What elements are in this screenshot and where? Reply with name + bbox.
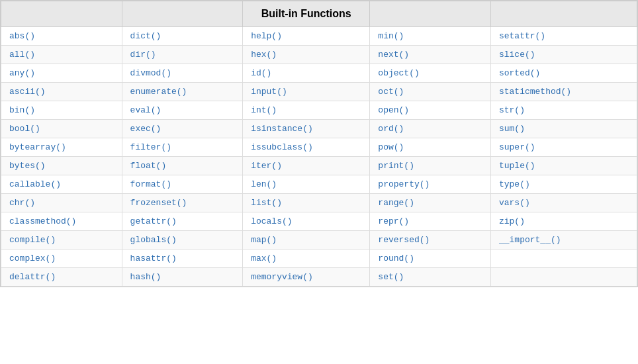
table-row: bin()eval()int()open()str() <box>1 101 637 120</box>
cell-r6-c4: super() <box>490 138 637 157</box>
cell-r12-c2: max() <box>243 250 370 268</box>
cell-r3-c0: ascii() <box>1 83 122 101</box>
cell-r7-c4: tuple() <box>490 157 637 175</box>
cell-r4-c2: int() <box>243 101 370 120</box>
cell-r11-c2: map() <box>243 231 370 250</box>
table-row: bytearray()filter()issubclass()pow()supe… <box>1 138 637 157</box>
cell-r10-c3: repr() <box>370 212 491 231</box>
cell-r10-c1: getattr() <box>122 212 243 231</box>
cell-r4-c4: str() <box>490 101 637 120</box>
table-title: Built-in Functions <box>243 1 370 27</box>
cell-r13-c4 <box>490 268 637 287</box>
cell-r8-c1: format() <box>122 175 243 194</box>
cell-r6-c0: bytearray() <box>1 138 122 157</box>
cell-r9-c0: chr() <box>1 194 122 212</box>
cell-r4-c3: open() <box>370 101 491 120</box>
table-row: bytes()float()iter()print()tuple() <box>1 157 637 175</box>
cell-r1-c2: hex() <box>243 46 370 64</box>
cell-r10-c2: locals() <box>243 212 370 231</box>
cell-r6-c1: filter() <box>122 138 243 157</box>
table-row: delattr()hash()memoryview()set() <box>1 268 637 287</box>
cell-r12-c1: hasattr() <box>122 250 243 268</box>
cell-r8-c2: len() <box>243 175 370 194</box>
header-col2 <box>122 1 243 27</box>
cell-r0-c2: help() <box>243 27 370 46</box>
cell-r9-c4: vars() <box>490 194 637 212</box>
built-in-functions-table: Built-in Functions abs()dict()help()min(… <box>0 0 638 287</box>
cell-r9-c1: frozenset() <box>122 194 243 212</box>
cell-r0-c3: min() <box>370 27 491 46</box>
cell-r7-c3: print() <box>370 157 491 175</box>
cell-r6-c2: issubclass() <box>243 138 370 157</box>
cell-r1-c3: next() <box>370 46 491 64</box>
cell-r8-c3: property() <box>370 175 491 194</box>
table-row: any()divmod()id()object()sorted() <box>1 64 637 83</box>
cell-r0-c0: abs() <box>1 27 122 46</box>
cell-r3-c4: staticmethod() <box>490 83 637 101</box>
cell-r2-c3: object() <box>370 64 491 83</box>
cell-r4-c1: eval() <box>122 101 243 120</box>
header-col5 <box>490 1 637 27</box>
cell-r12-c0: complex() <box>1 250 122 268</box>
cell-r8-c4: type() <box>490 175 637 194</box>
cell-r0-c1: dict() <box>122 27 243 46</box>
cell-r0-c4: setattr() <box>490 27 637 46</box>
cell-r11-c3: reversed() <box>370 231 491 250</box>
cell-r10-c0: classmethod() <box>1 212 122 231</box>
cell-r6-c3: pow() <box>370 138 491 157</box>
cell-r5-c1: exec() <box>122 120 243 138</box>
cell-r4-c0: bin() <box>1 101 122 120</box>
table-row: callable()format()len()property()type() <box>1 175 637 194</box>
header-col4 <box>370 1 491 27</box>
table-row: classmethod()getattr()locals()repr()zip(… <box>1 212 637 231</box>
cell-r1-c1: dir() <box>122 46 243 64</box>
table-row: ascii()enumerate()input()oct()staticmeth… <box>1 83 637 101</box>
cell-r13-c2: memoryview() <box>243 268 370 287</box>
cell-r7-c0: bytes() <box>1 157 122 175</box>
cell-r10-c4: zip() <box>490 212 637 231</box>
table-row: compile()globals()map()reversed()__impor… <box>1 231 637 250</box>
cell-r3-c3: oct() <box>370 83 491 101</box>
header-col1 <box>1 1 122 27</box>
cell-r12-c4 <box>490 250 637 268</box>
cell-r2-c1: divmod() <box>122 64 243 83</box>
cell-r3-c1: enumerate() <box>122 83 243 101</box>
table-row: chr()frozenset()list()range()vars() <box>1 194 637 212</box>
cell-r5-c3: ord() <box>370 120 491 138</box>
cell-r5-c2: isinstance() <box>243 120 370 138</box>
cell-r1-c0: all() <box>1 46 122 64</box>
cell-r1-c4: slice() <box>490 46 637 64</box>
cell-r5-c0: bool() <box>1 120 122 138</box>
cell-r2-c2: id() <box>243 64 370 83</box>
cell-r11-c4: __import__() <box>490 231 637 250</box>
cell-r7-c1: float() <box>122 157 243 175</box>
cell-r13-c1: hash() <box>122 268 243 287</box>
cell-r13-c3: set() <box>370 268 491 287</box>
cell-r9-c3: range() <box>370 194 491 212</box>
cell-r2-c4: sorted() <box>490 64 637 83</box>
cell-r8-c0: callable() <box>1 175 122 194</box>
cell-r11-c0: compile() <box>1 231 122 250</box>
cell-r2-c0: any() <box>1 64 122 83</box>
cell-r7-c2: iter() <box>243 157 370 175</box>
table-row: abs()dict()help()min()setattr() <box>1 27 637 46</box>
cell-r5-c4: sum() <box>490 120 637 138</box>
table-row: complex()hasattr()max()round() <box>1 250 637 268</box>
cell-r12-c3: round() <box>370 250 491 268</box>
cell-r13-c0: delattr() <box>1 268 122 287</box>
cell-r3-c2: input() <box>243 83 370 101</box>
cell-r11-c1: globals() <box>122 231 243 250</box>
table-row: all()dir()hex()next()slice() <box>1 46 637 64</box>
cell-r9-c2: list() <box>243 194 370 212</box>
table-row: bool()exec()isinstance()ord()sum() <box>1 120 637 138</box>
